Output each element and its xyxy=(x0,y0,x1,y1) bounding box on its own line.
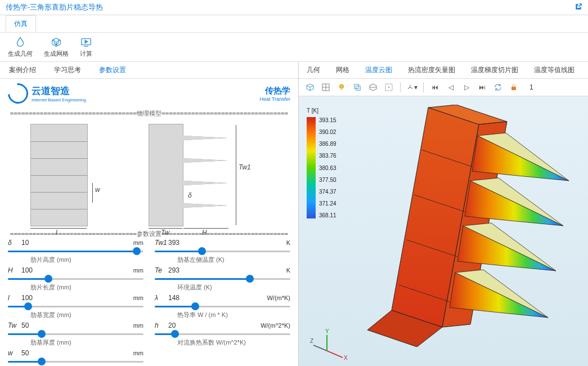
brand-logo: 云道智造 Internet Based Engineering xyxy=(8,83,86,104)
legend-tick: 377.50 xyxy=(319,177,336,183)
rtab-contour[interactable]: 温度等值线图 xyxy=(526,62,582,78)
param-desc: 肋基厚度 (mm) xyxy=(8,338,143,347)
param-symbol: Te xyxy=(155,266,165,274)
rtab-flux[interactable]: 热流密度矢量图 xyxy=(400,62,463,78)
param-symbol: w xyxy=(8,349,18,357)
tab-intro[interactable]: 案例介绍 xyxy=(0,62,45,78)
legend-title: T [K] xyxy=(307,108,336,114)
svg-point-2 xyxy=(339,84,344,89)
param-value: 100 xyxy=(21,266,38,274)
legend-tick: 371.24 xyxy=(319,200,336,207)
brand-en: Internet Based Engineering xyxy=(32,97,86,102)
param-desc: 肋片长度 (mm) xyxy=(8,283,143,292)
param-unit: mm xyxy=(133,294,143,301)
param-H: H100mm 肋片长度 (mm) xyxy=(8,266,143,292)
next-icon[interactable]: ▷ xyxy=(461,82,472,93)
legend-tick: 374.37 xyxy=(319,189,336,195)
left-tabs: 案例介绍 学习思考 参数设置 xyxy=(0,62,298,79)
heat-model xyxy=(361,105,574,347)
param-desc: 环境温度 (K) xyxy=(155,283,290,292)
param-value: 100 xyxy=(21,294,38,302)
heat-logo-en: Heat Transfer xyxy=(259,96,290,102)
3d-view[interactable]: T [K] 393.15390.02386.89383.76380.63377.… xyxy=(299,96,588,366)
color-legend: T [K] 393.15390.02386.89383.76380.63377.… xyxy=(307,108,336,218)
tab-simulation[interactable]: 仿真 xyxy=(6,15,36,32)
param-slider[interactable] xyxy=(8,359,143,364)
gen-mesh-button[interactable]: 生成网格 xyxy=(44,36,69,58)
param-δ: δ10mm 肋片高度 (mm) xyxy=(8,239,143,264)
cube-icon[interactable] xyxy=(304,82,316,93)
ribbon: 生成几何 生成网格 计算 xyxy=(0,33,588,62)
param-value: 10 xyxy=(21,239,38,247)
section-model: ==================================物理模型==… xyxy=(0,109,298,117)
section-params: ==================================参数设置==… xyxy=(0,230,298,238)
param-Tw1: Tw1393K 肋基左侧温度 (K) xyxy=(155,239,290,264)
param-unit: mm xyxy=(133,267,143,274)
orientation-axes: Y X Z xyxy=(310,328,349,363)
tab-study[interactable]: 学习思考 xyxy=(45,62,90,78)
frame-count: 1 xyxy=(529,83,533,91)
param-h: h20W/(m^2*K) 对流换热系数 W/(m^2*K) xyxy=(155,322,290,347)
param-symbol: H xyxy=(8,266,18,274)
legend-tick: 393.15 xyxy=(319,117,336,123)
param-symbol: Tw1 xyxy=(155,239,165,247)
param-slider[interactable] xyxy=(8,332,143,336)
rtab-gradient[interactable]: 温度梯度切片图 xyxy=(463,62,526,78)
param-slider[interactable] xyxy=(155,332,290,336)
light-icon[interactable] xyxy=(336,82,347,93)
param-slider[interactable] xyxy=(8,249,143,253)
param-slider[interactable] xyxy=(8,276,143,281)
rtab-mesh[interactable]: 网格 xyxy=(328,62,357,78)
svg-text:Y: Y xyxy=(325,328,329,334)
clip-icon[interactable] xyxy=(367,82,379,93)
svg-rect-7 xyxy=(512,87,516,90)
param-slider[interactable] xyxy=(155,304,290,309)
axes-icon[interactable]: ▾ xyxy=(406,82,418,93)
param-slider[interactable] xyxy=(155,249,290,253)
dim-w: w xyxy=(95,186,100,194)
param-desc: 肋基宽度 (mm) xyxy=(8,311,143,319)
tab-params[interactable]: 参数设置 xyxy=(90,62,135,78)
brand-cn: 云道智造 xyxy=(32,84,86,97)
copy-icon[interactable] xyxy=(352,82,363,93)
svg-rect-4 xyxy=(356,86,361,91)
param-desc: 肋基左侧温度 (K) xyxy=(155,256,290,264)
fit-icon[interactable] xyxy=(383,82,394,93)
prev-icon[interactable]: ◁ xyxy=(445,82,456,93)
svg-text:X: X xyxy=(344,355,348,361)
param-value: 50 xyxy=(21,349,38,357)
ribbon-label: 生成几何 xyxy=(8,50,33,58)
refresh-icon[interactable] xyxy=(492,82,504,93)
view-toolbar: ▾ ⏮ ◁ ▷ ⏭ 1 xyxy=(299,79,588,96)
dim-delta: δ xyxy=(188,191,192,199)
svg-line-28 xyxy=(313,345,327,351)
external-link-icon[interactable] xyxy=(574,3,582,12)
param-symbol: Tw xyxy=(8,322,18,329)
svg-rect-3 xyxy=(354,84,359,89)
grid-icon[interactable] xyxy=(320,82,331,93)
param-slider[interactable] xyxy=(8,304,143,309)
svg-point-6 xyxy=(388,87,389,87)
param-unit: mm xyxy=(133,322,143,329)
param-value: 148 xyxy=(168,294,185,302)
lock-icon[interactable] xyxy=(508,82,519,93)
param-Te: Te293K 环境温度 (K) xyxy=(155,266,290,292)
rtab-geom[interactable]: 几何 xyxy=(299,62,328,78)
gen-geometry-button[interactable]: 生成几何 xyxy=(8,36,33,58)
param-desc: 热导率 W / (m * K) xyxy=(155,311,290,319)
param-l: l100mm 肋基宽度 (mm) xyxy=(8,294,143,319)
ribbon-label: 计算 xyxy=(80,50,92,58)
right-tabs: 几何 网格 温度云图 热流密度矢量图 温度梯度切片图 温度等值线图 xyxy=(299,62,588,79)
heat-logo-cn: 传热学 xyxy=(259,86,290,96)
param-symbol: h xyxy=(155,322,165,329)
ribbon-label: 生成网格 xyxy=(44,50,69,58)
first-icon[interactable]: ⏮ xyxy=(429,82,441,93)
svg-text:Z: Z xyxy=(310,338,313,344)
param-slider[interactable] xyxy=(155,276,290,281)
last-icon[interactable]: ⏭ xyxy=(477,82,488,93)
legend-tick: 386.89 xyxy=(319,141,336,147)
rtab-temp[interactable]: 温度云图 xyxy=(357,62,400,78)
compute-button[interactable]: 计算 xyxy=(80,36,92,58)
param-unit: K xyxy=(286,239,290,246)
param-unit: mm xyxy=(133,239,143,246)
